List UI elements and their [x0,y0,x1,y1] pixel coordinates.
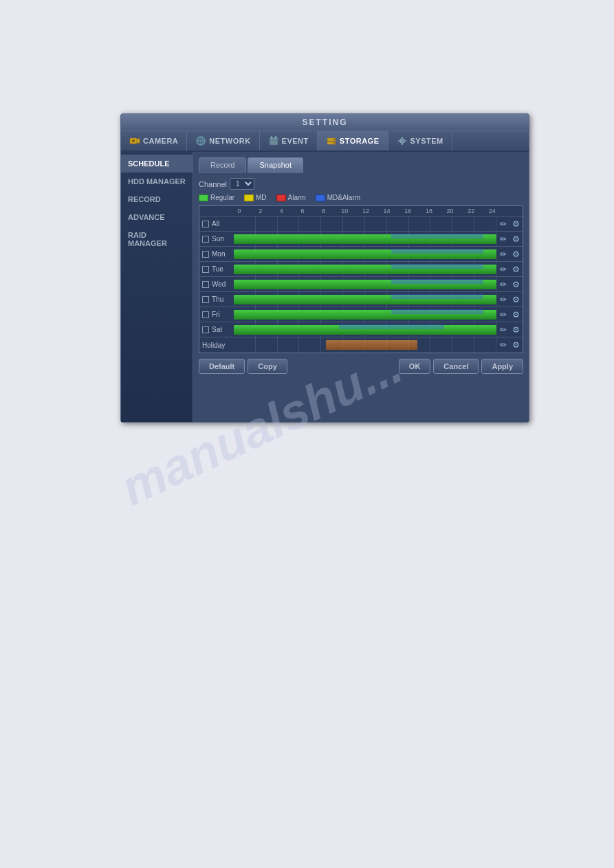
bar-area-thu[interactable] [234,292,496,307]
nav-item-event[interactable]: EVENT [260,131,318,151]
nav-item-network[interactable]: NETWORK [187,131,259,151]
day-text-sat: Sat [212,326,222,333]
bar-area-mon[interactable] [234,247,496,261]
edit-btn-thu[interactable]: ✏ [498,294,509,305]
gear-btn-all[interactable]: ⚙ [510,219,521,230]
gear-btn-tue[interactable]: ⚙ [510,264,521,275]
bar-sun-overlay [391,234,483,238]
day-label-thu: Thu [199,294,234,304]
time-18: 18 [424,208,435,214]
nav-item-camera[interactable]: CAMERA [121,131,187,151]
bar-area-fri[interactable] [234,307,496,322]
gear-btn-thu[interactable]: ⚙ [510,294,521,305]
day-text-all: All [212,220,219,227]
checkbox-tue[interactable] [202,266,209,273]
tab-snapshot[interactable]: Snapshot [248,157,303,173]
nav-item-storage[interactable]: STORAGE [318,131,388,151]
time-4: 4 [276,208,287,214]
row-actions-mon: ✏ ⚙ [496,249,523,260]
time-14: 14 [382,208,393,214]
edit-btn-tue[interactable]: ✏ [498,264,509,275]
nav-label-storage: STORAGE [340,137,380,145]
edit-btn-holiday[interactable]: ✏ [498,340,509,350]
default-button[interactable]: Default [199,359,245,374]
bar-area-tue[interactable] [234,262,496,276]
day-text-wed: Wed [212,280,226,288]
gear-btn-sat[interactable]: ⚙ [510,324,521,335]
nav-item-system[interactable]: SYSTEM [388,131,452,151]
checkbox-fri[interactable] [202,311,209,318]
cancel-button[interactable]: Cancel [433,359,479,374]
bar-area-sat[interactable] [234,322,496,337]
row-actions-wed: ✏ ⚙ [496,279,523,290]
legend-md-alarm-box [316,194,325,201]
bar-area-holiday[interactable] [234,337,496,353]
checkbox-mon[interactable] [202,251,209,258]
edit-btn-sun[interactable]: ✏ [498,234,509,245]
gear-btn-fri[interactable]: ⚙ [510,309,521,320]
ok-button[interactable]: OK [399,359,431,374]
btn-group-right: OK Cancel Apply [399,359,523,374]
checkbox-sat[interactable] [202,326,209,333]
gl [278,337,300,353]
nav-label-camera: CAMERA [143,137,178,145]
edit-btn-mon[interactable]: ✏ [498,249,509,260]
bar-area-all[interactable] [234,216,496,231]
sidebar-item-record[interactable]: RECORD [121,190,193,208]
time-10: 10 [339,208,350,214]
edit-btn-sat[interactable]: ✏ [498,324,509,335]
svg-point-16 [401,140,403,142]
gl [365,216,387,231]
schedule-grid: 0 2 4 6 8 10 12 14 16 18 20 22 24 [199,205,523,353]
checkbox-all[interactable] [202,221,209,227]
gear-btn-holiday[interactable]: ⚙ [510,340,521,350]
sidebar-item-hdd-manager[interactable]: HDD MANAGER [121,173,193,190]
channel-row: Channel 1 2 3 4 [199,178,523,190]
schedule-row-fri: Fri ✏ ⚙ [199,307,523,322]
gl [343,216,365,231]
day-text-thu: Thu [212,296,223,303]
bar-area-wed[interactable] [234,277,496,291]
apply-button[interactable]: Apply [481,359,523,374]
edit-btn-all[interactable]: ✏ [498,219,509,230]
copy-button[interactable]: Copy [248,359,287,374]
legend-md: MD [244,194,267,201]
sidebar-item-raid-manager[interactable]: RAID MANAGER [121,226,193,252]
checkbox-sun[interactable] [202,236,209,243]
legend-alarm-label: Alarm [288,194,306,201]
sidebar-item-advance[interactable]: ADVANCE [121,208,193,226]
day-label-fri: Fri [199,309,234,320]
edit-btn-fri[interactable]: ✏ [498,309,509,320]
time-labels: 0 2 4 6 8 10 12 14 16 18 20 22 24 [234,206,498,216]
row-actions-tue: ✏ ⚙ [496,264,523,275]
channel-select[interactable]: 1 2 3 4 [230,178,254,190]
row-actions-sat: ✏ ⚙ [496,324,523,335]
window-title: SETTING [302,118,347,127]
edit-btn-wed[interactable]: ✏ [498,279,509,290]
schedule-row-tue: Tue ✏ ⚙ [199,262,523,277]
legend-row: Regular MD Alarm MD&Alarm [199,194,523,201]
schedule-row-wed: Wed ✏ ⚙ [199,277,523,292]
legend-alarm: Alarm [276,194,306,201]
day-label-wed: Wed [199,279,234,289]
day-text-fri: Fri [212,311,220,318]
checkbox-wed[interactable] [202,281,209,288]
bar-holiday [326,340,418,350]
gear-btn-sun[interactable]: ⚙ [510,234,521,245]
gear-btn-wed[interactable]: ⚙ [510,279,521,290]
checkbox-thu[interactable] [202,296,209,303]
tab-record[interactable]: Record [199,157,246,173]
nav-bar: CAMERA NETWORK EVENT [121,131,529,152]
svg-rect-7 [270,137,278,145]
time-6: 6 [297,208,308,214]
nav-label-event: EVENT [282,137,309,145]
sidebar-item-schedule[interactable]: SCHEDULE [121,155,193,173]
gl [278,216,300,231]
gear-btn-mon[interactable]: ⚙ [510,249,521,260]
gl [234,337,256,353]
bar-area-sun[interactable] [234,232,496,246]
schedule-row-sat: Sat ✏ ⚙ [199,322,523,337]
nav-label-network: NETWORK [209,137,250,145]
gl [409,216,431,231]
legend-md-alarm-label: MD&Alarm [327,194,360,201]
